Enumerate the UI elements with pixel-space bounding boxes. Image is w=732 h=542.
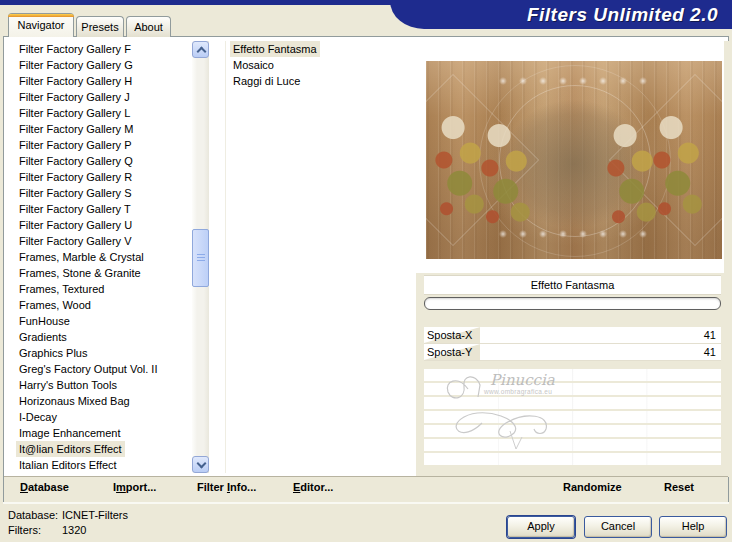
category-list-item[interactable]: Gradients: [9, 329, 192, 345]
category-list-item[interactable]: Italian Editors Effect: [9, 457, 192, 473]
filter-list-item-label: Effetto Fantasma: [230, 41, 320, 57]
category-list-item-label: Image Enhancement: [16, 425, 124, 441]
category-list-item-label: Filter Factory Gallery S: [16, 185, 134, 201]
category-list-item-label: Filter Factory Gallery H: [16, 73, 135, 89]
selected-filter-label: Effetto Fantasma: [424, 275, 721, 295]
category-list-item[interactable]: Filter Factory Gallery T: [9, 201, 192, 217]
reset-button[interactable]: Reset: [664, 481, 694, 493]
category-list-item[interactable]: Filter Factory Gallery R: [9, 169, 192, 185]
category-list-item[interactable]: FunHouse: [9, 313, 192, 329]
category-list-item[interactable]: Harry's Button Tools: [9, 377, 192, 393]
status-filters-value: 1320: [62, 524, 86, 536]
randomize-button[interactable]: Randomize: [563, 481, 622, 493]
category-list-item-label: Filter Factory Gallery P: [16, 137, 134, 153]
editor-button[interactable]: Editor...: [293, 481, 333, 493]
filters-unlimited-window: Filters Unlimited 2.0 Navigator Presets …: [0, 0, 732, 542]
category-list-item[interactable]: Filter Factory Gallery M: [9, 121, 192, 137]
empty-parameter-row: [424, 453, 721, 465]
category-list-item-label: Filter Factory Gallery F: [16, 41, 134, 57]
category-list-item-label: Frames, Marble & Crystal: [16, 249, 147, 265]
filter-list-item[interactable]: Effetto Fantasma: [226, 41, 414, 57]
apply-button[interactable]: Apply: [507, 516, 575, 538]
filter-list-item-label: Mosaico: [230, 57, 277, 73]
category-list-item[interactable]: Frames, Textured: [9, 281, 192, 297]
filter-list-item-label: Raggi di Luce: [230, 73, 303, 89]
category-list-item[interactable]: Frames, Wood: [9, 297, 192, 313]
category-list-item[interactable]: Greg's Factory Output Vol. II: [9, 361, 192, 377]
tab-navigator[interactable]: Navigator: [8, 13, 74, 37]
category-list-item[interactable]: I-Decay: [9, 409, 192, 425]
category-list-item-label: Gradients: [16, 329, 70, 345]
preview-flower-cluster: [650, 109, 716, 225]
slider-sposta-x-value: 41: [704, 327, 716, 343]
category-list-item[interactable]: It@lian Editors Effect: [9, 441, 192, 457]
database-button[interactable]: Database: [20, 481, 69, 493]
status-database-label: Database:: [8, 509, 62, 521]
empty-parameter-row: [424, 425, 721, 437]
category-list-item-label: Filter Factory Gallery J: [16, 89, 133, 105]
category-list-item-label: Filter Factory Gallery Q: [16, 153, 136, 169]
preview-flower-cluster: [478, 117, 544, 233]
help-button[interactable]: Help: [659, 516, 727, 538]
scroll-up-button[interactable]: [192, 41, 209, 58]
category-list-item-label: Frames, Textured: [16, 281, 107, 297]
filter-list-item[interactable]: Mosaico: [226, 57, 414, 73]
category-list-item[interactable]: Filter Factory Gallery J: [9, 89, 192, 105]
category-list-scrollbar[interactable]: [192, 41, 209, 473]
category-list-item[interactable]: Filter Factory Gallery Q: [9, 153, 192, 169]
category-list-item[interactable]: Frames, Marble & Crystal: [9, 249, 192, 265]
category-list-item-label: Filter Factory Gallery U: [16, 217, 135, 233]
category-list-item-label: FunHouse: [16, 313, 73, 329]
filter-list: Effetto Fantasma Mosaico Raggi di Luce: [225, 41, 414, 473]
category-list-item-label: I-Decay: [16, 409, 60, 425]
category-list-item-label: Filter Factory Gallery T: [16, 201, 134, 217]
status-database-value: ICNET-Filters: [62, 509, 128, 521]
category-list-item[interactable]: Filter Factory Gallery F: [9, 41, 192, 57]
preview-image: [426, 61, 722, 259]
category-list-item[interactable]: Filter Factory Gallery U: [9, 217, 192, 233]
category-list-item-label: Frames, Wood: [16, 297, 94, 313]
category-list-item[interactable]: Graphics Plus: [9, 345, 192, 361]
category-list-item-label: It@lian Editors Effect: [16, 441, 125, 457]
category-list-item[interactable]: Filter Factory Gallery S: [9, 185, 192, 201]
preview-panel: Effetto Fantasma Sposta-X 41 Sposta-Y 41: [416, 41, 729, 477]
scroll-down-button[interactable]: [192, 456, 209, 473]
category-list-item-label: Italian Editors Effect: [16, 457, 120, 473]
slider-sposta-y-value: 41: [704, 344, 716, 360]
empty-parameter-row: [424, 397, 721, 409]
slider-sposta-x-label: Sposta-X: [427, 327, 472, 343]
import-button[interactable]: Import...: [113, 481, 156, 493]
category-list-item-label: Frames, Stone & Granite: [16, 265, 144, 281]
category-list-item-label: Greg's Factory Output Vol. II: [16, 361, 160, 377]
category-list-item[interactable]: Frames, Stone & Granite: [9, 265, 192, 281]
category-list-item[interactable]: Filter Factory Gallery L: [9, 105, 192, 121]
category-list-item[interactable]: Horizonaus Mixed Bag: [9, 393, 192, 409]
tab-presets-label: Presets: [81, 21, 118, 33]
status-database: Database:ICNET-Filters: [8, 509, 128, 521]
filter-info-button[interactable]: Filter Info...: [197, 481, 256, 493]
category-list-item[interactable]: Image Enhancement: [9, 425, 192, 441]
category-list-item-label: Graphics Plus: [16, 345, 90, 361]
title-banner: Filters Unlimited 2.0: [390, 0, 732, 29]
category-list-item[interactable]: Filter Factory Gallery P: [9, 137, 192, 153]
category-list-item[interactable]: Filter Factory Gallery G: [9, 57, 192, 73]
filter-list-item[interactable]: Raggi di Luce: [226, 73, 414, 89]
category-list: Filter Factory Gallery F Filter Factory …: [9, 41, 192, 473]
category-list-item-label: Filter Factory Gallery G: [16, 57, 136, 73]
tab-navigator-label: Navigator: [17, 19, 64, 31]
slider-sposta-y-label: Sposta-Y: [427, 344, 472, 360]
category-list-item-label: Filter Factory Gallery M: [16, 121, 136, 137]
scrollbar-thumb[interactable]: [192, 229, 209, 287]
category-list-item[interactable]: Filter Factory Gallery V: [9, 233, 192, 249]
empty-parameter-row: [424, 383, 721, 395]
chevron-down-icon: [197, 459, 207, 469]
cancel-button[interactable]: Cancel: [584, 516, 652, 538]
status-filters: Filters:1320: [8, 524, 86, 536]
slider-sposta-y[interactable]: Sposta-Y 41: [424, 344, 721, 361]
tab-presets[interactable]: Presets: [76, 16, 124, 37]
navigator-tab-page: Filter Factory Gallery F Filter Factory …: [3, 36, 729, 502]
slider-sposta-x[interactable]: Sposta-X 41: [424, 327, 721, 344]
tab-about[interactable]: About: [126, 16, 171, 37]
chevron-up-icon: [197, 47, 207, 57]
category-list-item[interactable]: Filter Factory Gallery H: [9, 73, 192, 89]
